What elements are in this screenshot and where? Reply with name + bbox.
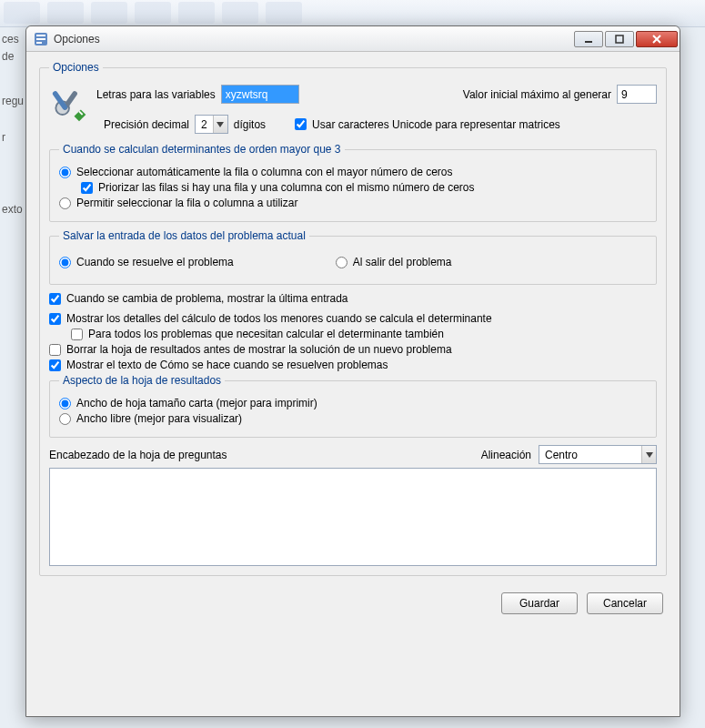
detalles-checkbox[interactable] bbox=[49, 313, 61, 325]
salvar-solve-label: Cuando se resuelve el problema bbox=[76, 256, 234, 268]
salvar-group: Salvar la entrada de los datos del probl… bbox=[49, 229, 657, 285]
cambia-checkbox[interactable] bbox=[49, 293, 61, 305]
aspecto-group: Aspecto de la hoja de resultados Ancho d… bbox=[49, 374, 657, 438]
como-label: Mostrar el texto de Cómo se hace cuando … bbox=[66, 359, 388, 371]
borrar-checkbox[interactable] bbox=[49, 344, 61, 356]
para-todos-checkbox[interactable] bbox=[71, 329, 83, 340]
encabezado-label: Encabezado de la hoja de preguntas bbox=[49, 449, 227, 461]
determinantes-group: Cuando se calculan determinantes de orde… bbox=[49, 143, 657, 222]
encabezado-textarea[interactable] bbox=[49, 468, 657, 566]
opciones-group: Opciones Letras para las variables Valor… bbox=[39, 61, 667, 576]
alineacion-label: Alineación bbox=[481, 449, 531, 461]
aspecto-legend: Aspecto de la hoja de resultados bbox=[59, 374, 225, 387]
svg-rect-5 bbox=[616, 35, 623, 43]
salvar-solve-radio[interactable] bbox=[59, 257, 71, 268]
borrar-label: Borrar la hoja de resultados antes de mo… bbox=[66, 343, 452, 356]
como-checkbox[interactable] bbox=[49, 359, 61, 371]
variables-input[interactable] bbox=[221, 85, 299, 104]
window-title: Opciones bbox=[54, 33, 572, 46]
variables-label: Letras para las variables bbox=[96, 88, 216, 101]
chevron-down-icon bbox=[213, 116, 227, 133]
app-icon bbox=[34, 32, 48, 46]
auto-radio[interactable] bbox=[59, 167, 71, 178]
maximize-button[interactable] bbox=[605, 31, 634, 47]
minimize-button[interactable] bbox=[574, 31, 603, 47]
permitir-label: Permitir seleccionar la fila o columna a… bbox=[76, 197, 297, 209]
libre-radio[interactable] bbox=[59, 413, 71, 425]
valor-inicial-input[interactable] bbox=[617, 85, 657, 104]
settings-icon bbox=[49, 85, 89, 125]
salvar-legend: Salvar la entrada de los datos del probl… bbox=[59, 229, 309, 242]
opciones-legend: Opciones bbox=[49, 61, 103, 74]
libre-label: Ancho libre (mejor para visualizar) bbox=[76, 412, 242, 425]
auto-label: Seleccionar automáticamente la fila o co… bbox=[76, 166, 453, 178]
detalles-label: Mostrar los detalles del cálculo de todo… bbox=[66, 312, 492, 325]
dialog-footer: Guardar Cancelar bbox=[39, 583, 667, 614]
para-todos-label: Para todos los problemas que necesitan c… bbox=[88, 328, 444, 340]
priorizar-label: Priorizar las filas si hay una fila y un… bbox=[98, 181, 475, 194]
chevron-down-icon bbox=[641, 446, 656, 463]
unicode-label: Usar caracteres Unicode para representar… bbox=[312, 118, 560, 131]
salvar-exit-label: Al salir del problema bbox=[353, 256, 452, 268]
titlebar: Opciones bbox=[26, 26, 680, 52]
background-left-panel: ces de regu r exto bbox=[0, 27, 23, 728]
unicode-checkbox[interactable] bbox=[295, 118, 307, 130]
determinantes-legend: Cuando se calculan determinantes de orde… bbox=[59, 143, 345, 156]
carta-radio[interactable] bbox=[59, 398, 71, 410]
svg-rect-1 bbox=[36, 35, 45, 36]
options-dialog: Opciones Opciones Letras para las variab… bbox=[25, 25, 680, 717]
precision-unit: dígitos bbox=[234, 118, 266, 131]
cancelar-button[interactable]: Cancelar bbox=[587, 592, 663, 614]
svg-rect-3 bbox=[36, 42, 42, 44]
valor-inicial-label: Valor inicial máximo al generar bbox=[463, 88, 611, 101]
guardar-button[interactable]: Guardar bbox=[501, 592, 578, 614]
priorizar-checkbox[interactable] bbox=[81, 182, 93, 194]
alineacion-select[interactable]: Centro bbox=[539, 445, 657, 464]
cambia-label: Cuando se cambia de problema, mostrar la… bbox=[66, 292, 348, 305]
background-toolbar bbox=[0, 0, 705, 27]
carta-label: Ancho de hoja tamaño carta (mejor para i… bbox=[76, 397, 317, 410]
svg-rect-2 bbox=[36, 38, 45, 40]
close-button[interactable] bbox=[636, 31, 678, 47]
precision-select[interactable]: 2 bbox=[195, 115, 228, 134]
precision-label: Precisión decimal bbox=[104, 118, 189, 131]
salvar-exit-radio[interactable] bbox=[336, 257, 347, 268]
permitir-radio[interactable] bbox=[59, 197, 71, 209]
